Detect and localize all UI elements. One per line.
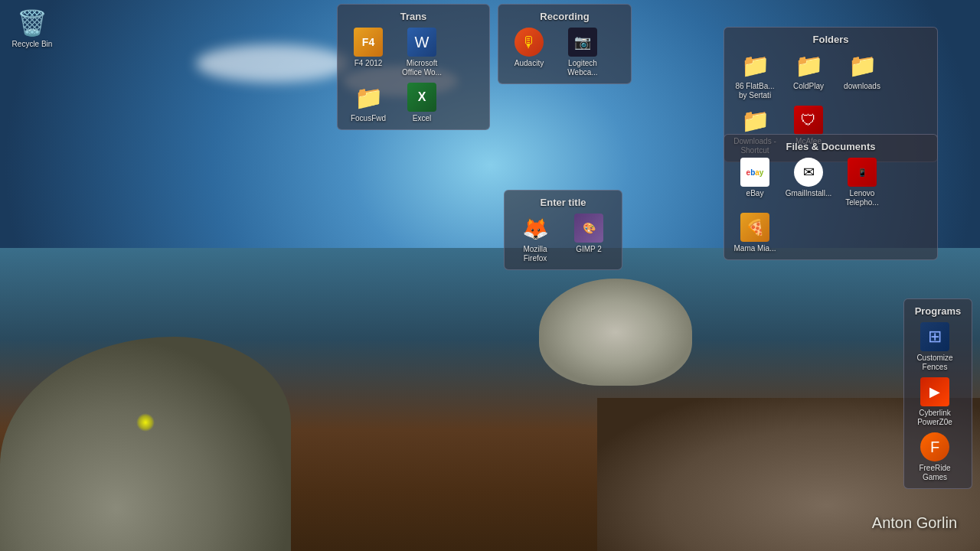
freeride-icon: F — [920, 432, 950, 462]
cyberlink-icon: ▶ — [920, 377, 950, 407]
fence-enter-title-icons: 🦊 Mozilla Firefox 🎨 GIMP 2 — [511, 213, 616, 263]
word-label: Microsoft Office Wo... — [397, 59, 446, 77]
fence-trans-icons: F4 F4 2012 W Microsoft Office Wo... 📁 Fo… — [344, 27, 483, 123]
icon-f4-2012[interactable]: F4 F4 2012 — [344, 27, 393, 77]
customize-fences-label: Customize Fences — [910, 354, 959, 372]
icon-mama-mia[interactable]: 🍕 Mama Mia... — [730, 212, 779, 253]
mama-mia-label: Mama Mia... — [733, 244, 776, 253]
mcafee-icon: 🛡 — [793, 105, 824, 135]
lenovo-icon: 📱 — [847, 157, 877, 187]
firefox-label: Mozilla Firefox — [511, 245, 560, 263]
fence-files-icons: ebay eBay ✉ GmailInstall... 📱 Lenovo Tel… — [730, 157, 931, 253]
focusfwd-icon: 📁 — [353, 82, 384, 112]
freeride-label: FreeRide Games — [910, 464, 959, 482]
icon-lenovo[interactable]: 📱 Lenovo Telephо... — [838, 157, 887, 207]
fence-enter-title-label: Enter title — [511, 197, 616, 208]
folder-coldplay-label: ColdPlay — [793, 82, 824, 91]
fence-files-title: Files & Documents — [730, 141, 931, 152]
ebay-label: eBay — [746, 189, 764, 198]
f4-label: F4 2012 — [354, 59, 383, 68]
fence-enter-title: Enter title 🦊 Mozilla Firefox 🎨 GIMP 2 — [504, 190, 622, 270]
folder-downloads-icon: 📁 — [847, 50, 877, 80]
icon-customize-fences[interactable]: ⊞ Customize Fences — [910, 321, 959, 372]
folder-shortcut-icon: 📁 — [740, 105, 770, 135]
icon-freeride[interactable]: F FreeRide Games — [910, 432, 959, 482]
fence-programs-title: Programs — [910, 305, 965, 317]
folder-downloads-label: downloads — [844, 82, 880, 91]
icon-audacity[interactable]: 🎙 Audacity — [505, 27, 554, 77]
fence-trans: Trans F4 F4 2012 W Microsoft Office Wo..… — [337, 4, 490, 130]
fence-folders-title: Folders — [730, 34, 931, 45]
recycle-bin-icon: 🗑️ — [17, 8, 47, 38]
excel-label: Excel — [413, 114, 431, 123]
gimp-icon: 🎨 — [573, 213, 604, 243]
cloud-1 — [196, 44, 349, 83]
icon-focusfwd[interactable]: 📁 FocusFwd — [344, 82, 393, 123]
username-display: Anton Gorlin — [872, 514, 957, 532]
fence-files-documents: Files & Documents ebay eBay ✉ GmailInsta… — [724, 134, 938, 260]
word-icon: W — [407, 27, 437, 57]
fence-recording-icons: 🎙 Audacity 📷 Logitech Webca... — [505, 27, 625, 77]
icon-gimp[interactable]: 🎨 GIMP 2 — [564, 213, 613, 263]
customize-fences-icon: ⊞ — [920, 321, 950, 352]
ebay-icon: ebay — [740, 157, 770, 187]
fence-recording-title: Recording — [505, 11, 625, 22]
recycle-bin[interactable]: 🗑️ Recycle Bin — [8, 8, 57, 49]
gimp-label: GIMP 2 — [576, 245, 602, 254]
excel-icon: X — [407, 82, 437, 112]
icon-cyberlink[interactable]: ▶ Cyberlink PowerZ0e — [910, 377, 959, 427]
mama-mia-icon: 🍕 — [740, 212, 770, 243]
rocks-center — [539, 279, 692, 386]
recycle-bin-label: Recycle Bin — [12, 40, 53, 49]
icon-ebay[interactable]: ebay eBay — [730, 157, 779, 207]
focusfwd-label: FocusFwd — [351, 114, 386, 123]
fence-programs: Programs ⊞ Customize Fences ▶ Cyberlink … — [903, 298, 972, 489]
folder-86-label: 86 FlatBa... by Sertati — [730, 82, 779, 100]
logitech-icon: 📷 — [567, 27, 598, 57]
lenovo-label: Lenovo Telephо... — [838, 189, 887, 207]
icon-microsoft-word[interactable]: W Microsoft Office Wo... — [397, 27, 446, 77]
fence-recording: Recording 🎙 Audacity 📷 Logitech Webca... — [498, 4, 632, 84]
icon-excel[interactable]: X Excel — [397, 82, 446, 123]
folder-86-icon: 📁 — [740, 50, 770, 80]
icon-downloads[interactable]: 📁 downloads — [838, 50, 887, 100]
fence-trans-title: Trans — [344, 11, 483, 22]
audacity-label: Audacity — [514, 59, 544, 68]
gmail-label: GmailInstall... — [786, 189, 832, 198]
icon-mozilla-firefox[interactable]: 🦊 Mozilla Firefox — [511, 213, 560, 263]
icon-logitech[interactable]: 📷 Logitech Webca... — [558, 27, 607, 77]
icon-86-flatba[interactable]: 📁 86 FlatBa... by Sertati — [730, 50, 779, 100]
icon-coldplay[interactable]: 📁 ColdPlay — [784, 50, 833, 100]
icon-gmail-install[interactable]: ✉ GmailInstall... — [784, 157, 833, 207]
f4-icon: F4 — [353, 27, 384, 57]
audacity-icon: 🎙 — [514, 27, 544, 57]
folder-coldplay-icon: 📁 — [793, 50, 824, 80]
cyberlink-label: Cyberlink PowerZ0e — [910, 409, 959, 427]
fence-programs-icons: ⊞ Customize Fences ▶ Cyberlink PowerZ0e … — [910, 321, 965, 482]
cursor-highlight — [136, 413, 155, 432]
gmail-icon: ✉ — [793, 157, 824, 187]
firefox-icon: 🦊 — [520, 213, 550, 243]
logitech-label: Logitech Webca... — [558, 59, 607, 77]
